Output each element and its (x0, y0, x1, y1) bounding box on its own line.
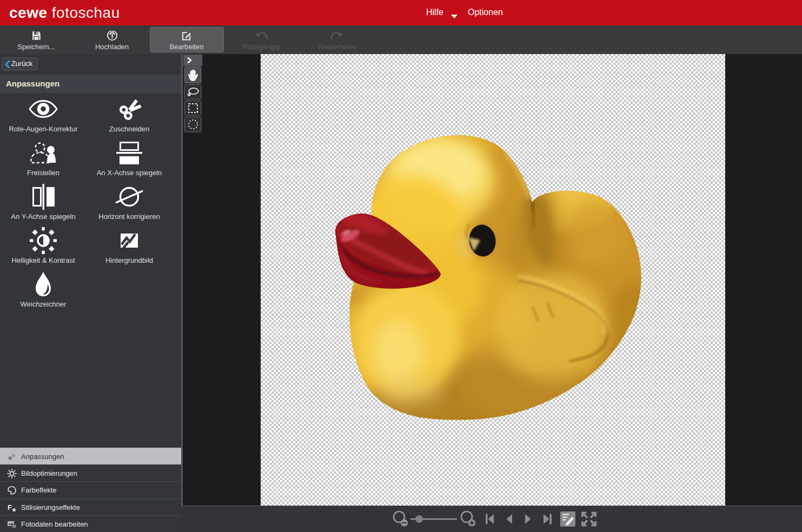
svg-text:F: F (8, 503, 12, 511)
